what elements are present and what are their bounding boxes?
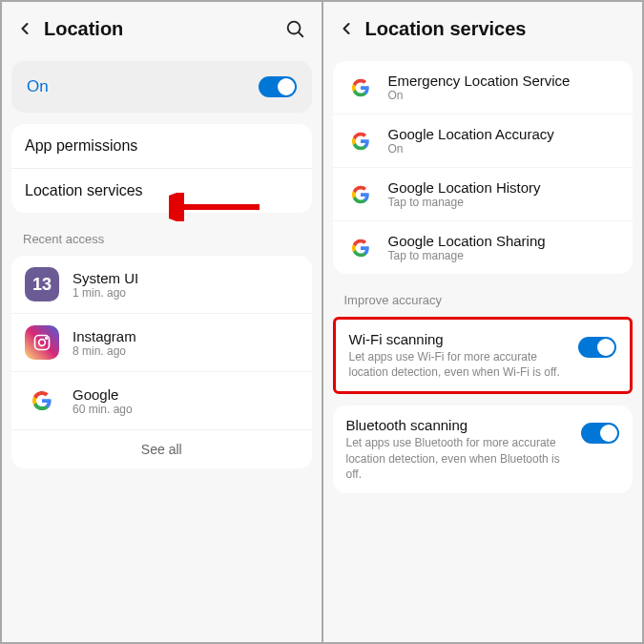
bluetooth-scanning-title: Bluetooth scanning (346, 417, 574, 433)
location-on-toggle[interactable] (259, 76, 297, 97)
wifi-scanning-row[interactable]: Wi-Fi scanning Let apps use Wi-Fi for mo… (333, 317, 634, 394)
services-card: Emergency Location Service On Google Loc… (333, 61, 634, 274)
settings-card: App permissions Location services (11, 124, 312, 213)
bluetooth-scanning-desc: Let apps use Bluetooth for more accurate… (346, 435, 574, 482)
app-name: Instagram (73, 328, 136, 344)
app-time: 1 min. ago (73, 286, 138, 300)
service-sub: On (388, 142, 620, 156)
location-screen: Location On App permissions Location ser… (2, 2, 322, 642)
google-icon (25, 384, 59, 418)
google-icon (346, 127, 375, 156)
list-item[interactable]: Google Location History Tap to manage (333, 168, 634, 221)
location-on-toggle-row[interactable]: On (11, 61, 312, 113)
wifi-scanning-toggle[interactable] (578, 337, 616, 358)
service-name: Google Location Accuracy (388, 126, 620, 142)
google-icon (346, 73, 375, 102)
header: Location services (323, 2, 643, 55)
list-item[interactable]: 13 System UI 1 min. ago (11, 256, 312, 314)
svg-line-1 (299, 32, 302, 36)
list-item[interactable]: Google Location Sharing Tap to manage (333, 221, 634, 274)
service-sub: Tap to manage (388, 249, 620, 262)
recent-access-label: Recent access (23, 232, 322, 246)
location-services-label: Location services (25, 182, 299, 199)
see-all-button[interactable]: See all (11, 430, 312, 468)
svg-point-5 (39, 340, 46, 346)
page-title: Location (44, 18, 281, 40)
list-item[interactable]: Google Location Accuracy On (333, 114, 634, 168)
bluetooth-scanning-row[interactable]: Bluetooth scanning Let apps use Bluetoot… (333, 405, 634, 493)
on-label: On (27, 77, 259, 96)
app-name: System UI (73, 270, 138, 286)
location-services-row[interactable]: Location services (11, 169, 312, 213)
systemui-icon: 13 (25, 267, 59, 301)
list-item[interactable]: Google 60 min. ago (11, 372, 312, 430)
wifi-scanning-title: Wi-Fi scanning (349, 331, 571, 347)
back-icon[interactable] (11, 19, 38, 38)
service-name: Emergency Location Service (388, 73, 620, 89)
list-item[interactable]: Instagram 8 min. ago (11, 314, 312, 372)
improve-accuracy-label: Improve accuracy (344, 293, 643, 307)
svg-point-6 (46, 338, 48, 340)
service-sub: Tap to manage (388, 196, 620, 209)
location-services-screen: Location services Emergency Location Ser… (323, 2, 643, 642)
search-icon[interactable] (281, 18, 308, 39)
app-permissions-label: App permissions (25, 137, 299, 155)
app-name: Google (73, 386, 133, 403)
google-icon (346, 234, 375, 262)
page-title: Location services (365, 18, 630, 40)
list-item[interactable]: Emergency Location Service On (333, 61, 634, 114)
app-permissions-row[interactable]: App permissions (11, 124, 312, 169)
app-time: 8 min. ago (73, 344, 136, 358)
back-icon[interactable] (333, 19, 360, 38)
service-name: Google Location Sharing (388, 233, 620, 249)
recent-access-card: 13 System UI 1 min. ago Instagram 8 min.… (11, 256, 312, 468)
app-time: 60 min. ago (73, 403, 133, 416)
service-name: Google Location History (388, 179, 620, 196)
service-sub: On (388, 89, 620, 102)
google-icon (346, 180, 375, 209)
bluetooth-scanning-toggle[interactable] (581, 423, 619, 444)
header: Location (2, 2, 322, 55)
instagram-icon (25, 325, 59, 360)
wifi-scanning-desc: Let apps use Wi-Fi for more accurate loc… (349, 349, 571, 380)
